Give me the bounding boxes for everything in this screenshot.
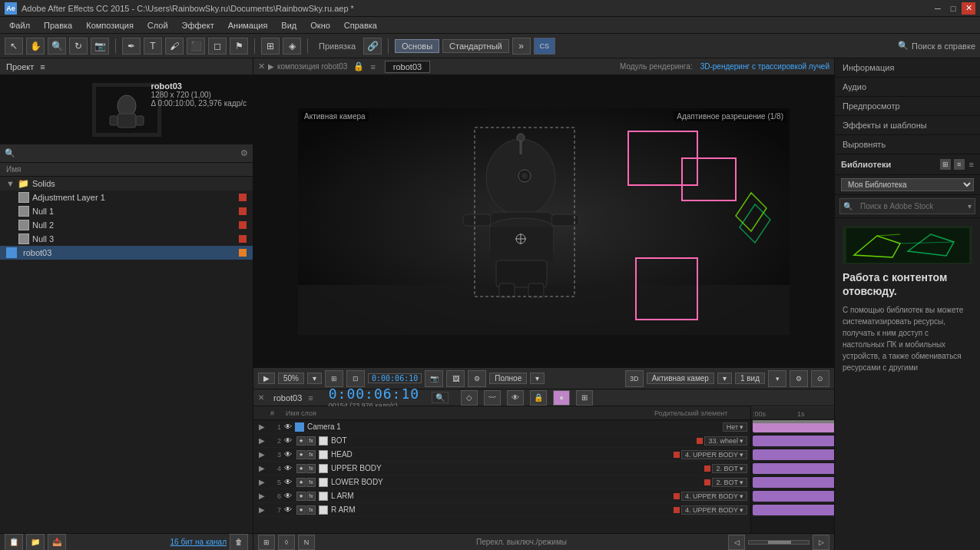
layer-row-7[interactable]: ▶ 7 👁 ★ fx R ARM 4. UPPER BODY ▾ bbox=[253, 503, 750, 517]
3d-view-toggle[interactable]: 3D bbox=[625, 370, 644, 387]
maximize-button[interactable]: □ bbox=[946, 2, 960, 15]
layer-parent-5[interactable]: 2. BOT ▾ bbox=[712, 478, 747, 487]
project-search-input[interactable] bbox=[18, 149, 240, 158]
camera-dropdown[interactable]: Активная камер bbox=[647, 373, 714, 384]
tool-select[interactable]: ↖ bbox=[5, 38, 23, 55]
project-item-null3[interactable]: Null 3 bbox=[0, 232, 253, 246]
layer-row-3[interactable]: ▶ 3 👁 ★ fx HEAD 4. UPPER BODY ▾ bbox=[253, 448, 750, 462]
tool-rotate[interactable]: ↻ bbox=[69, 38, 88, 55]
lc-mb-7[interactable]: ★ bbox=[296, 505, 306, 515]
tl-zoom-slider[interactable] bbox=[748, 540, 809, 545]
lc-motion-blur[interactable]: ★ bbox=[296, 436, 306, 446]
zoom-btn[interactable]: 50% bbox=[278, 373, 304, 384]
tool-eraser[interactable]: ◻ bbox=[208, 38, 227, 55]
project-item-adjustment[interactable]: Adjustment Layer 1 bbox=[0, 191, 253, 204]
tl-add-marker[interactable]: ◊ bbox=[278, 535, 295, 550]
tool-pen[interactable]: ✒ bbox=[122, 38, 141, 55]
layer-parent-4[interactable]: 2. BOT ▾ bbox=[712, 464, 747, 473]
tool-camera[interactable]: 📷 bbox=[91, 38, 109, 55]
tab-audio[interactable]: Аудио bbox=[835, 78, 980, 97]
tl-btn-lock[interactable]: 🔒 bbox=[530, 390, 547, 406]
workspace-basic[interactable]: Основы bbox=[395, 39, 439, 53]
workspace-standard[interactable]: Стандартный bbox=[442, 39, 509, 53]
view-select[interactable]: 1 вид bbox=[735, 373, 765, 384]
tool-align[interactable]: ⊞ bbox=[261, 38, 280, 55]
work-area-bar[interactable] bbox=[753, 420, 834, 423]
tool-hand[interactable]: ✋ bbox=[26, 38, 45, 55]
layer-expand-1[interactable]: ▶ bbox=[257, 422, 267, 432]
folder-toggle[interactable]: ▼ bbox=[6, 179, 15, 188]
layer-vis-6[interactable]: 👁 bbox=[283, 491, 293, 502]
tool-3d[interactable]: ◈ bbox=[283, 38, 301, 55]
tl-zoom-out[interactable]: ◁ bbox=[728, 535, 745, 550]
menu-animation[interactable]: Анимация bbox=[222, 19, 274, 31]
tab-preview[interactable]: Предпросмотр bbox=[835, 97, 980, 116]
lc-fx-4[interactable]: fx bbox=[306, 464, 316, 473]
tl-btn-graph[interactable]: 〰 bbox=[484, 390, 501, 406]
view-dropdown[interactable]: ▾ bbox=[768, 370, 786, 387]
comp-timecode[interactable]: 0:00:06:10 bbox=[368, 373, 422, 383]
zoom-dropdown[interactable]: ▾ bbox=[307, 373, 322, 384]
tool-brush[interactable]: 🖌 bbox=[165, 38, 184, 55]
layer-expand-2[interactable]: ▶ bbox=[257, 436, 267, 446]
layer-parent-2[interactable]: 33. wheel ▾ bbox=[704, 436, 747, 446]
layer-vis-3[interactable]: 👁 bbox=[283, 449, 293, 460]
tool-zoom[interactable]: 🔍 bbox=[48, 38, 66, 55]
layer-expand-3[interactable]: ▶ bbox=[257, 449, 267, 460]
delete-button[interactable]: 🗑 bbox=[230, 534, 248, 551]
lc-fx-3[interactable]: fx bbox=[306, 450, 316, 459]
layer-vis-2[interactable]: 👁 bbox=[283, 436, 293, 446]
tool-stamp[interactable]: ⬛ bbox=[187, 38, 205, 55]
bit-depth-label[interactable]: 16 бит на канал bbox=[170, 538, 227, 546]
layer-parent-3[interactable]: 4. UPPER BODY ▾ bbox=[681, 450, 747, 459]
lib-search-dropdown[interactable]: ▾ bbox=[968, 202, 972, 210]
layer-row-2[interactable]: ▶ 2 👁 ★ fx BOT 33. wheel ▾ bbox=[253, 434, 750, 448]
lc-mb-4[interactable]: ★ bbox=[296, 464, 306, 473]
tl-close-btn[interactable]: ✕ bbox=[258, 393, 264, 402]
menu-file[interactable]: Файл bbox=[3, 19, 36, 31]
project-folder-solids[interactable]: ▼ 📁 Solids bbox=[0, 177, 253, 191]
view-options[interactable]: ⚙ bbox=[790, 370, 808, 387]
menu-window[interactable]: Окно bbox=[304, 19, 336, 31]
comp-tab[interactable]: robot03 bbox=[385, 61, 430, 73]
tool-text[interactable]: T bbox=[144, 38, 162, 55]
lc-fx-7[interactable]: fx bbox=[306, 505, 316, 515]
layer-expand-4[interactable]: ▶ bbox=[257, 463, 267, 474]
libraries-panel-menu[interactable]: ≡ bbox=[969, 160, 974, 169]
fit-to-frame[interactable]: ⊞ bbox=[325, 370, 343, 387]
layer-row-5[interactable]: ▶ 5 👁 ★ fx LOWER BODY 2. BOT ▾ bbox=[253, 475, 750, 489]
layer-vis-7[interactable]: 👁 bbox=[283, 505, 293, 515]
timeline-timecode[interactable]: 0:00:06:10 bbox=[329, 386, 419, 402]
project-item-null1[interactable]: Null 1 bbox=[0, 204, 253, 218]
minimize-button[interactable]: ─ bbox=[931, 2, 945, 15]
timeline-track-area[interactable]: :00s 1s 2s 3s 4s 5s 6s 7s 8s 9s 10s bbox=[751, 406, 834, 533]
lc-mb-6[interactable]: ★ bbox=[296, 492, 306, 501]
new-comp-button[interactable]: 📋 bbox=[5, 534, 23, 551]
libraries-list-view[interactable]: ≡ bbox=[954, 159, 965, 170]
layer-row-1[interactable]: ▶ 1 👁 Camera 1 Нет ▾ bbox=[253, 420, 750, 434]
tl-btn-markers[interactable]: ● bbox=[553, 390, 570, 406]
camera-dropdown-arrow[interactable]: ▾ bbox=[717, 373, 732, 384]
tl-zoom-in[interactable]: ▷ bbox=[813, 535, 829, 550]
tl-add-null[interactable]: N bbox=[298, 535, 315, 550]
menu-effect[interactable]: Эффект bbox=[176, 19, 220, 31]
layer-vis-5[interactable]: 👁 bbox=[283, 477, 293, 488]
project-item-robot03[interactable]: robot03 bbox=[0, 246, 253, 260]
project-list[interactable]: ▼ 📁 Solids Adjustment Layer 1 Null 1 bbox=[0, 177, 253, 533]
snapshot-btn[interactable]: 📷 bbox=[425, 370, 443, 387]
layer-parent-1[interactable]: Нет ▾ bbox=[723, 422, 747, 432]
project-menu-icon[interactable]: ≡ bbox=[40, 62, 45, 71]
tl-zoom-thumb[interactable] bbox=[768, 541, 791, 544]
layer-parent-6[interactable]: 4. UPPER BODY ▾ bbox=[681, 492, 747, 501]
comp-options[interactable]: ⚙ bbox=[468, 370, 486, 387]
menu-layer[interactable]: Слой bbox=[141, 19, 174, 31]
cs-live[interactable]: CS bbox=[534, 38, 555, 55]
layer-vis-1[interactable]: 👁 bbox=[283, 422, 293, 432]
tab-effects[interactable]: Эффекты и шаблоны bbox=[835, 116, 980, 135]
layer-parent-7[interactable]: 4. UPPER BODY ▾ bbox=[681, 505, 747, 515]
title-bar-controls[interactable]: ─ □ ✕ bbox=[931, 2, 975, 15]
close-button[interactable]: ✕ bbox=[962, 2, 975, 15]
quality-dropdown[interactable]: Полное bbox=[489, 373, 527, 384]
layer-row-6[interactable]: ▶ 6 👁 ★ fx L ARM 4. UPPER BODY ▾ bbox=[253, 489, 750, 503]
layer-row-4[interactable]: ▶ 4 👁 ★ fx UPPER BODY 2. BOT ▾ bbox=[253, 462, 750, 475]
